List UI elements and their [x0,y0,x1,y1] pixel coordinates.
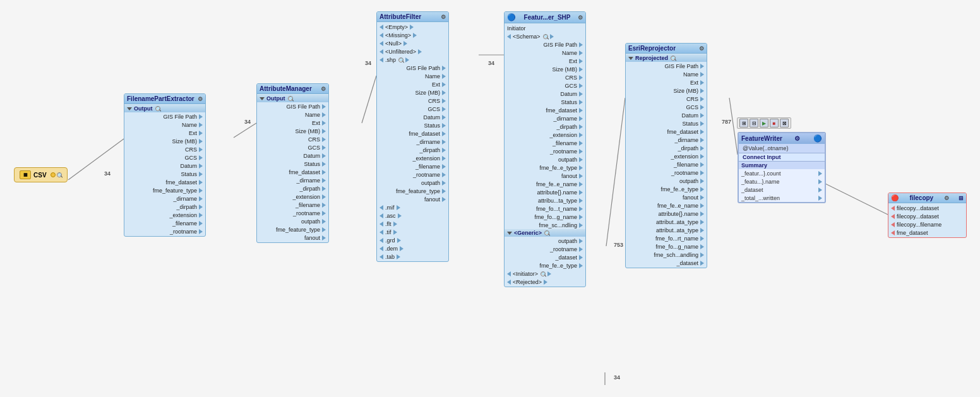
af-f-size: Size (MB) [377,88,448,97]
fpe-port-datum: Datum [124,162,205,170]
fshp-f-fme-dataset: fme_dataset [505,106,585,114]
fpe-port-filename: _filename [124,219,205,227]
featurer-shp-title: Featur...er_SHP [524,14,571,21]
er-f-datum: Datum [626,111,707,119]
fshp-g-outpath: outpath [505,237,585,245]
conn-label-5: 753 [614,242,623,248]
filecopy-arrow-icon: 🔴 [891,194,899,201]
er-f-fme-fe-e-name: fme_fe..e_name [626,201,707,210]
er-f-gisfilepath: GIS File Path [626,62,707,70]
toolbar-paste-btn[interactable]: ⊟ [750,119,758,127]
featurer-shp-body: Initiator <Schema> 🔍 GIS File Path Name … [505,23,585,287]
fshp-f-extension: _extension [505,131,585,139]
attribute-filter-header[interactable]: AttributeFilter ⚙ [377,12,448,22]
fshp-f-dirname: _dirname [505,114,585,122]
csv-gear[interactable] [51,172,56,177]
fshp-f-gcs: GCS [505,81,585,90]
am-port-fme-dataset: fme_dataset [257,168,328,176]
fpe-port-crs: CRS [124,145,205,153]
am-port-ext: Ext [257,119,328,127]
er-f-attribute-name: attribute{}.name [626,210,707,218]
fw-atvalue-label: @Value(..otname) [743,145,789,151]
er-f-attribut-ata-type1: attribut..ata_type [626,218,707,226]
fw-connect-input[interactable]: Connect Input [739,153,825,162]
fshp-f-fme-fe-e-name: fme_fe..e_name [505,180,585,188]
af-in-missing: <Missing> [377,31,448,39]
er-f-dirpath: _dirpath [626,144,707,152]
fshp-f-fanout: fanout [505,172,585,180]
svg-line-2 [362,76,376,123]
feature-writer-header[interactable]: FeatureWriter ⚙ 🔵 [739,133,825,144]
er-magnify[interactable]: 🔍 [671,56,676,61]
fpe-collapse-icon[interactable] [127,107,132,110]
fpe-port-dirpath: _dirpath [124,203,205,211]
af-f-fme-dataset: fme_dataset [377,129,448,138]
fshp-generic-magnify[interactable]: 🔍 [544,230,549,235]
af-f-filename: _filename [377,162,448,170]
fshp-initiator-magnify[interactable]: 🔍 [541,271,546,276]
attribute-manager-gear[interactable]: ⚙ [321,86,326,92]
attribute-manager-title: AttributeManager [260,85,312,92]
af-out-asc: .asc [377,211,448,220]
fw-summary-section: Summary [739,162,825,169]
fshp-g-fme-fe-e-type: fme_fe..e_type [505,261,585,270]
fw-featur-count: _featur...}.count [739,169,825,177]
er-collapse[interactable] [628,57,633,60]
esri-reprojector-header[interactable]: EsriReprojector ⚙ [626,44,707,54]
csv-node[interactable]: ▦ CSV 🔍 [14,167,68,182]
filename-part-extractor-node: FilenamePartExtractor ⚙ Output 🔍 GIS Fil… [124,93,206,237]
er-f-name: Name [626,70,707,78]
am-magnify[interactable]: 🔍 [288,96,293,101]
csv-magnify[interactable]: 🔍 [57,172,62,177]
am-collapse-icon[interactable] [260,97,265,100]
am-port-gisfilepath: GIS File Path [257,102,328,110]
am-output-label: Output [266,95,285,102]
toolbar-settings-btn[interactable]: ⊠ [780,119,789,127]
filecopy-grid-icon: ⊞ [959,195,964,201]
conn-label-7: 787 [722,119,731,125]
filecopy-gear[interactable]: ⚙ [944,195,949,201]
toolbar-stop-btn[interactable]: ■ [770,119,779,127]
af-f-gcs: GCS [377,105,448,113]
csv-label: CSV [33,172,47,179]
af-f-gisfilepath: GIS File Path [377,64,448,72]
af-shp-port: .shp 🔍 [377,56,448,64]
toolbar-copy-btn[interactable]: ⊞ [739,119,748,127]
attribute-filter-node: AttributeFilter ⚙ <Empty> <Missing> <Nul… [376,11,449,262]
filename-part-extractor-gear[interactable]: ⚙ [198,96,203,102]
esri-reprojector-gear[interactable]: ⚙ [699,45,704,52]
svg-line-0 [68,139,124,180]
am-port-size: Size (MB) [257,127,328,135]
am-port-status: Status [257,160,328,168]
af-in-unfiltered: <Unfiltered> [377,47,448,56]
featurer-shp-header[interactable]: 🔵 Featur...er_SHP ⚙ [505,12,585,23]
attribute-filter-gear[interactable]: ⚙ [441,14,446,20]
am-output-section: Output 🔍 [257,95,328,102]
er-f-status: Status [626,119,707,127]
filename-part-extractor-header[interactable]: FilenamePartExtractor ⚙ [124,94,205,104]
af-out-grd: .grd [377,236,448,244]
svg-line-4 [606,98,625,246]
attribute-manager-header[interactable]: AttributeManager ⚙ [257,84,328,94]
fshp-generic-collapse[interactable] [507,232,512,235]
fshp-f-rootname: _rootname [505,147,585,155]
fpe-port-fme-dataset: fme_dataset [124,178,205,186]
af-shp-magnify[interactable]: 🔍 [398,57,403,62]
feature-writer-gear[interactable]: ⚙ [794,135,800,142]
am-port-datum: Datum [257,151,328,160]
esri-reprojector-node: EsriReprojector ⚙ Reprojected 🔍 GIS File… [625,43,707,268]
filecopy-header[interactable]: 🔴 filecopy ⚙ ⊞ [888,193,966,203]
filecopy-body: filecopy...dataset filecopy...dataset fi… [888,203,966,237]
featurer-shp-gear[interactable]: ⚙ [578,15,583,21]
filecopy-port-fme-dataset: fme_dataset [888,228,966,237]
er-f-dirname: _dirname [626,136,707,144]
fpe-magnify[interactable]: 🔍 [155,106,160,111]
attribute-manager-body: Output 🔍 GIS File Path Name Ext Size (MB… [257,94,328,242]
fshp-schema-magnify[interactable]: 🔍 [543,34,548,39]
fpe-port-ext: Ext [124,129,205,137]
filename-part-extractor-title: FilenamePartExtractor [127,95,194,102]
af-f-status: Status [377,121,448,129]
toolbar-run-btn[interactable]: ▶ [760,119,768,127]
er-f-fme-fo-g-name: fme_fo...g_name [626,242,707,251]
af-f-ext: Ext [377,80,448,88]
